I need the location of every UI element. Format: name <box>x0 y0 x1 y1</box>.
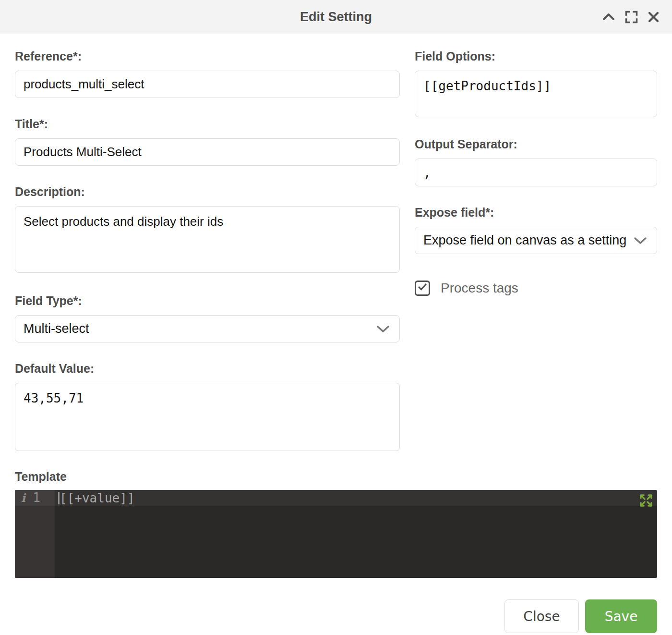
process-tags-row[interactable]: Process tags <box>415 281 657 296</box>
default-value-textarea[interactable]: 43,55,71 <box>15 383 400 451</box>
editor-expand-icon[interactable] <box>639 493 653 508</box>
field-options-field-group: Field Options: [[getProductIds]] <box>415 49 657 119</box>
expose-field-selected-value: Expose field on canvas as a setting <box>423 233 626 248</box>
editor-gutter: i 1 <box>15 490 55 578</box>
expose-field-select[interactable]: Expose field on canvas as a setting <box>415 227 657 254</box>
title-input[interactable] <box>15 138 400 166</box>
process-tags-checkbox[interactable] <box>415 281 430 296</box>
expose-field-field-group: Expose field*: Expose field on canvas as… <box>415 206 657 254</box>
default-value-label: Default Value: <box>15 362 400 376</box>
dialog-title: Edit Setting <box>300 10 372 24</box>
dialog-header: Edit Setting <box>0 0 672 34</box>
chevron-down-icon <box>634 237 647 244</box>
expose-field-label: Expose field*: <box>415 206 657 220</box>
editor-code-line: [[+value]] <box>58 490 657 506</box>
form-columns: Reference*: Title*: Description: Select … <box>15 49 657 453</box>
dialog-body: Reference*: Title*: Description: Select … <box>0 34 672 635</box>
default-value-field-group: Default Value: 43,55,71 <box>15 362 400 453</box>
checkmark-icon <box>418 283 427 293</box>
output-separator-input[interactable] <box>415 159 657 186</box>
template-code-editor[interactable]: i 1 [[+value]] <box>15 490 657 578</box>
process-tags-label: Process tags <box>441 281 518 296</box>
template-label: Template <box>15 470 657 484</box>
close-button[interactable]: Close <box>504 599 579 633</box>
field-type-label: Field Type*: <box>15 294 400 308</box>
info-icon[interactable]: i <box>21 490 25 506</box>
editor-line-number: 1 <box>33 490 40 506</box>
edit-setting-dialog: Edit Setting <box>0 0 672 635</box>
close-icon[interactable] <box>648 11 660 23</box>
reference-field-group: Reference*: <box>15 49 400 98</box>
reference-input[interactable] <box>15 71 400 98</box>
template-field-group: Template i 1 [[+value]] <box>15 470 657 578</box>
save-button[interactable]: Save <box>585 599 657 633</box>
description-label: Description: <box>15 185 400 199</box>
description-field-group: Description: Select products and display… <box>15 185 400 275</box>
dialog-footer: Close Save <box>15 599 657 635</box>
reference-label: Reference*: <box>15 49 400 63</box>
field-type-field-group: Field Type*: Multi-select <box>15 294 400 342</box>
dialog-header-actions <box>602 0 660 34</box>
field-type-selected-value: Multi-select <box>24 321 89 336</box>
editor-code-text: [[+value]] <box>60 491 135 505</box>
output-separator-label: Output Separator: <box>415 137 657 151</box>
field-options-textarea[interactable]: [[getProductIds]] <box>415 71 657 117</box>
output-separator-field-group: Output Separator: <box>415 137 657 186</box>
description-textarea[interactable]: Select products and display their ids <box>15 206 400 273</box>
fullscreen-icon[interactable] <box>625 11 638 24</box>
form-column-right: Field Options: [[getProductIds]] Output … <box>415 49 657 453</box>
title-label: Title*: <box>15 117 400 131</box>
editor-code-area[interactable]: [[+value]] <box>55 490 657 578</box>
field-type-select[interactable]: Multi-select <box>15 315 400 342</box>
chevron-down-icon <box>376 325 390 333</box>
field-options-label: Field Options: <box>415 49 657 63</box>
collapse-icon[interactable] <box>602 12 615 21</box>
form-column-left: Reference*: Title*: Description: Select … <box>15 49 400 453</box>
title-field-group: Title*: <box>15 117 400 166</box>
